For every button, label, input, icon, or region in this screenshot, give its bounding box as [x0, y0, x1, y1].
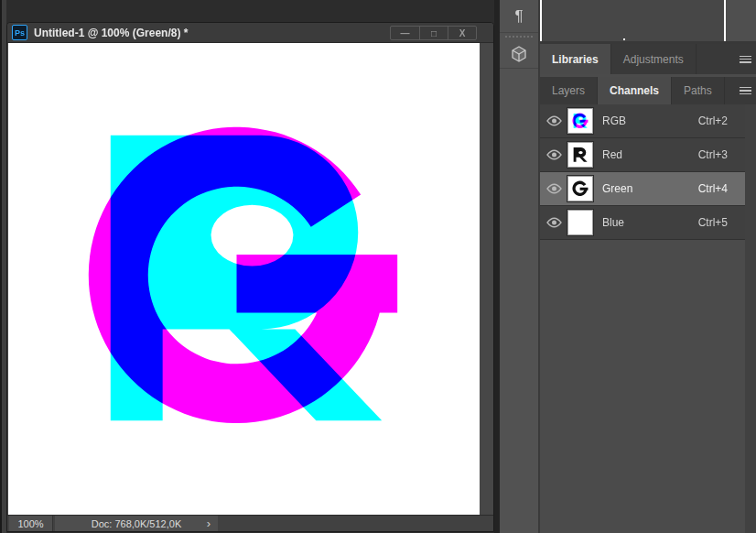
zoom-level-field[interactable]: 100%	[9, 516, 53, 531]
doc-size-label: Doc: 768,0K/512,0K	[92, 518, 181, 529]
panel-icon-dock: ¶	[500, 0, 538, 533]
channels-tab-bar: Layers Channels Paths	[540, 77, 756, 104]
status-expand-icon[interactable]: ›	[207, 516, 211, 531]
tab-libraries[interactable]: Libraries	[540, 44, 611, 74]
channel-name: Green	[602, 182, 632, 195]
channel-shortcut: Ctrl+3	[698, 148, 728, 161]
visibility-toggle[interactable]	[540, 183, 567, 194]
eye-icon	[546, 183, 562, 194]
channel-shortcut: Ctrl+4	[698, 182, 728, 195]
eye-icon	[546, 115, 562, 126]
cropped-panel-above	[540, 0, 726, 41]
tab-layers[interactable]: Layers	[540, 77, 598, 104]
panel-right-strip	[745, 104, 756, 533]
document-window: Ps Untitled-1 @ 100% (Green/8) * — □ X 1…	[6, 22, 494, 532]
channel-thumbnail-red[interactable]	[567, 142, 593, 168]
channel-name: Red	[602, 148, 622, 161]
window-controls: — □ X	[390, 26, 477, 40]
visibility-toggle[interactable]	[540, 115, 567, 126]
channel-thumbnail-blue[interactable]	[567, 210, 593, 235]
channel-row-red[interactable]: Red Ctrl+3	[540, 138, 745, 172]
document-title-bar[interactable]: Ps Untitled-1 @ 100% (Green/8) * — □ X	[7, 23, 493, 43]
dock-grip[interactable]	[500, 33, 538, 39]
channel-shortcut: Ctrl+5	[698, 216, 728, 229]
channel-thumbnail-rgb[interactable]	[567, 108, 593, 134]
grip-dots-icon	[505, 36, 533, 38]
3d-panel-button[interactable]	[500, 39, 538, 69]
paragraph-panel-button[interactable]: ¶	[500, 0, 538, 33]
panel-menu-icon[interactable]	[740, 55, 751, 63]
status-bar: 100% Doc: 768,0K/512,0K ›	[7, 515, 493, 531]
visibility-toggle[interactable]	[540, 149, 567, 160]
eye-icon	[546, 149, 562, 160]
document-title: Untitled-1 @ 100% (Green/8) *	[34, 27, 188, 39]
tab-paths[interactable]: Paths	[672, 77, 725, 104]
channel-row-blue[interactable]: Blue Ctrl+5	[540, 206, 745, 240]
cropped-panel-margin	[726, 0, 756, 41]
tab-adjustments[interactable]: Adjustments	[611, 44, 697, 74]
artwork-rg-letters	[8, 43, 480, 516]
channel-row-green[interactable]: Green Ctrl+4	[540, 172, 745, 206]
photoshop-app-icon: Ps	[12, 25, 27, 40]
tab-channels[interactable]: Channels	[598, 77, 672, 104]
minimize-button[interactable]: —	[391, 27, 419, 39]
panel-column: Libraries Adjustments Layers Channels Pa…	[540, 0, 756, 533]
channel-name: Blue	[602, 216, 624, 229]
close-button[interactable]: X	[448, 27, 476, 39]
libraries-tab-bar: Libraries Adjustments	[540, 44, 756, 74]
eye-icon	[546, 217, 562, 228]
paragraph-icon: ¶	[514, 7, 523, 26]
canvas[interactable]	[8, 43, 480, 516]
photoshop-workspace: Ps Untitled-1 @ 100% (Green/8) * — □ X 1…	[0, 0, 756, 533]
channel-shortcut: Ctrl+2	[698, 114, 728, 127]
3d-cube-icon	[509, 44, 529, 64]
channel-name: RGB	[602, 114, 626, 127]
panel-menu-icon[interactable]	[740, 87, 751, 95]
channels-list: RGB Ctrl+2 Red Ctrl+3	[540, 104, 745, 240]
visibility-toggle[interactable]	[540, 217, 567, 228]
channel-row-rgb[interactable]: RGB Ctrl+2	[540, 104, 745, 138]
panel-grip-dot	[623, 38, 625, 40]
doc-size-field[interactable]: Doc: 768,0K/512,0K ›	[55, 516, 218, 531]
maximize-button[interactable]: □	[419, 27, 448, 39]
channel-thumbnail-green[interactable]	[567, 176, 593, 201]
